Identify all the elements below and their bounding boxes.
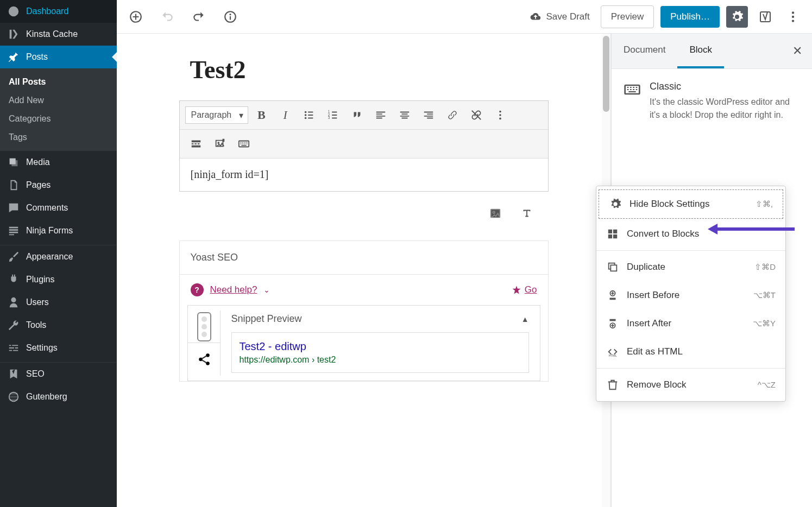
sidebar-item-dashboard[interactable]: Dashboard [0,0,117,23]
keyboard-button[interactable] [233,133,255,155]
shortcut: ⇧⌘, [756,199,773,209]
sidebar-label: Posts [26,52,48,62]
add-media-button[interactable] [209,133,231,155]
settings-toggle-button[interactable] [726,6,748,28]
sidebar-label: Users [26,297,49,307]
duplicate-icon [606,261,619,274]
svg-point-15 [499,118,501,120]
sidebar-item-kinsta[interactable]: Kinsta Cache [0,23,117,46]
sidebar-item-media[interactable]: Media [0,151,117,174]
html-icon: HTML [606,345,619,358]
yoast-help-row: ? Need help? ⌄ Go [180,275,548,305]
add-block-button[interactable] [125,7,146,27]
comments-icon [8,202,20,214]
sidebar-label: Kinsta Cache [26,29,78,39]
submenu-tags[interactable]: Tags [0,128,117,147]
bullet-list-button[interactable] [298,104,320,126]
menu-label: Insert Before [627,290,679,301]
keyboard-icon [624,81,641,98]
svg-point-5 [792,15,794,17]
block-info-title: Classic [650,81,800,92]
menu-insert-before[interactable]: Insert Before ⌥⌘T [596,281,785,309]
snippet-card[interactable]: Test2 - editwp https://editwp.com › test… [231,332,529,373]
submenu-categories[interactable]: Categories [0,110,117,128]
undo-button[interactable] [157,7,178,27]
menu-label: Insert After [627,318,671,329]
menu-remove-block[interactable]: Remove Block ^⌥Z [596,371,785,399]
inserter-row [179,192,549,240]
numbered-list-button[interactable]: 123 [322,104,344,126]
bold-button[interactable]: B [250,104,272,126]
classic-block-content[interactable]: [ninja_form id=1] [180,159,548,191]
chevron-down-icon[interactable]: ⌄ [263,286,270,294]
insert-after-icon [606,317,619,330]
sidebar-item-ninja-forms[interactable]: Ninja Forms [0,219,117,242]
text-inserter-button[interactable] [516,202,538,224]
sidebar-item-settings[interactable]: Settings [0,337,117,359]
form-icon [8,225,20,237]
svg-point-13 [499,111,501,113]
svg-rect-26 [608,235,612,238]
info-button[interactable] [220,7,241,27]
unlink-button[interactable] [465,104,487,126]
cloud-icon [530,11,542,23]
redo-button[interactable] [188,7,209,27]
help-icon[interactable]: ? [191,283,204,296]
collapse-icon[interactable]: ▲ [521,315,529,324]
sidebar-item-posts[interactable]: Posts [0,46,117,68]
yoast-toggle-button[interactable] [754,6,776,28]
menu-convert-to-blocks[interactable]: Convert to Blocks [596,220,785,248]
svg-point-14 [499,114,501,116]
align-center-button[interactable] [394,104,416,126]
svg-rect-23 [625,85,640,94]
traffic-light-icon[interactable] [188,310,221,343]
sidebar-item-pages[interactable]: Pages [0,174,117,197]
submenu-all-posts[interactable]: All Posts [0,73,117,91]
sidebar-item-tools[interactable]: Tools [0,314,117,337]
menu-hide-settings[interactable]: Hide Block Settings ⇧⌘, [599,189,783,219]
need-help-link[interactable]: Need help? [210,284,257,295]
sidebar-item-appearance[interactable]: Appearance [0,245,117,268]
tab-document[interactable]: Document [612,34,677,68]
tab-block[interactable]: Block [677,34,724,68]
svg-rect-31 [610,298,616,300]
share-icon[interactable] [188,343,221,376]
editor-canvas[interactable]: Test2 Paragraph B I 123 [117,34,611,507]
svg-point-4 [792,11,794,14]
align-right-button[interactable] [418,104,439,126]
image-inserter-button[interactable] [484,202,506,224]
sidebar-item-comments[interactable]: Comments [0,197,117,219]
close-panel-button[interactable]: ✕ [783,44,812,58]
svg-point-9 [305,117,307,119]
svg-point-8 [305,114,307,116]
save-draft-button[interactable]: Save Draft [525,7,594,27]
readmore-button[interactable] [185,133,207,155]
shortcut: ^⌥Z [758,380,776,390]
menu-edit-html[interactable]: HTML Edit as HTML [596,338,785,366]
publish-button[interactable]: Publish… [660,6,720,28]
svg-text:HTML: HTML [609,354,617,357]
post-title[interactable]: Test2 [179,55,549,84]
link-button[interactable] [442,104,463,126]
svg-rect-29 [610,265,616,271]
block-more-button[interactable] [489,104,511,126]
go-premium-link[interactable]: Go [512,284,537,295]
dashboard-icon [8,5,20,17]
sidebar-item-seo[interactable]: SEO [0,363,117,385]
submenu-add-new[interactable]: Add New [0,91,117,110]
quote-button[interactable] [346,104,368,126]
insert-before-icon [606,289,619,302]
sidebar-item-users[interactable]: Users [0,291,117,314]
format-select[interactable]: Paragraph [185,106,249,124]
align-left-button[interactable] [370,104,392,126]
sidebar-label: Gutenberg [26,392,67,402]
menu-duplicate[interactable]: Duplicate ⇧⌘D [596,253,785,281]
menu-label: Convert to Blocks [627,229,699,239]
more-options-button[interactable] [783,7,803,27]
menu-insert-after[interactable]: Insert After ⌥⌘Y [596,309,785,338]
italic-button[interactable]: I [274,104,296,126]
svg-rect-27 [613,235,617,238]
preview-button[interactable]: Preview [601,5,654,28]
sidebar-item-plugins[interactable]: Plugins [0,268,117,291]
sidebar-item-gutenberg[interactable]: Gutenberg [0,385,117,408]
